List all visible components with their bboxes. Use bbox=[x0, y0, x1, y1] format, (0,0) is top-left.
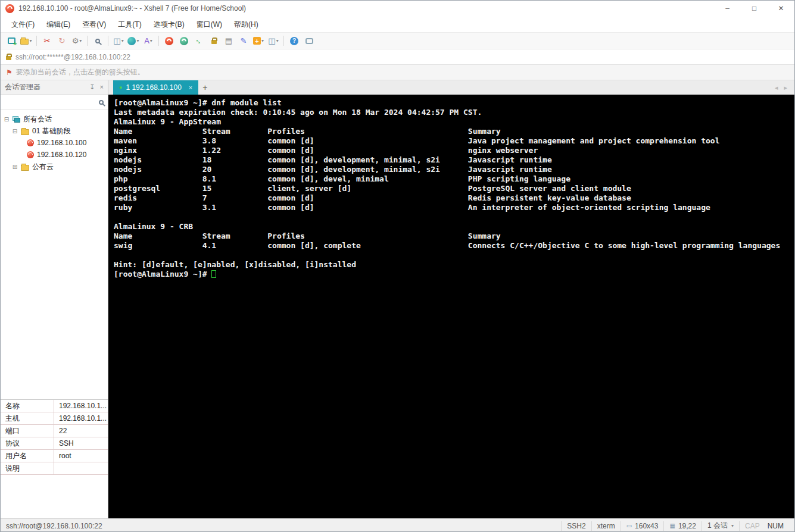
address-bar[interactable]: ssh://root:******@192.168.10.100:22 bbox=[1, 49, 794, 65]
new-tab-button[interactable]: + bbox=[198, 81, 211, 94]
statusbar-terminal-type: xterm bbox=[591, 521, 621, 531]
terminal-line: Name Stream Profiles Summary bbox=[114, 231, 794, 241]
virtual-keyboard-icon[interactable]: ▤ bbox=[222, 34, 236, 48]
menu-bar: 文件(F) 编辑(E) 查看(V) 工具(T) 选项卡(B) 窗口(W) 帮助(… bbox=[1, 16, 794, 33]
session-manager-title: 会话管理器 bbox=[5, 82, 40, 92]
new-session-icon[interactable] bbox=[4, 34, 18, 48]
disconnect-icon[interactable]: ✂ bbox=[40, 34, 54, 48]
font-icon[interactable]: A▾ bbox=[141, 34, 155, 48]
minimize-button[interactable]: – bbox=[714, 1, 741, 16]
notice-bar: ⚑ 要添加当前会话，点击左侧的箭头按钮。 bbox=[1, 65, 794, 80]
expander-icon[interactable]: ⊟ bbox=[12, 128, 18, 134]
encoding-icon[interactable]: ▾ bbox=[126, 34, 141, 48]
terminal-prompt: [root@AlmaLinux9 ~]# bbox=[114, 270, 211, 278]
expander-icon[interactable]: ⊟ bbox=[4, 116, 10, 123]
fullscreen-icon[interactable]: ↔ bbox=[192, 34, 206, 48]
dropdown-arrow-icon: ▾ bbox=[79, 38, 82, 43]
terminal[interactable]: [root@AlmaLinux9 ~]# dnf module list Las… bbox=[108, 95, 794, 518]
help-icon[interactable]: ? bbox=[287, 34, 301, 48]
notice-text: 要添加当前会话，点击左侧的箭头按钮。 bbox=[16, 67, 145, 77]
xshell-logo-icon bbox=[5, 4, 14, 13]
property-label: 用户名 bbox=[1, 450, 54, 462]
open-session-icon[interactable]: ▾ bbox=[19, 34, 33, 48]
tab-scroll-controls: ◂ ▸ bbox=[775, 84, 794, 92]
tree-item-label[interactable]: 192.168.10.100 bbox=[37, 139, 86, 147]
session-manager-header: 会话管理器 ↧ × bbox=[1, 80, 108, 95]
statusbar-lock-indicators: CAPNUM bbox=[739, 521, 789, 531]
menu-item-tools[interactable]: 工具(T) bbox=[112, 16, 147, 33]
dropdown-arrow-icon: ▾ bbox=[150, 38, 152, 43]
terminal-line: maven 3.8 common [d] Java project manage… bbox=[114, 136, 794, 146]
compose-icon[interactable]: ✎ bbox=[236, 34, 251, 48]
tree-item-group-basic[interactable]: ⊟ 01 基础阶段 bbox=[1, 125, 108, 137]
session-properties-icon[interactable]: ⚙▾ bbox=[70, 34, 84, 48]
property-row: 名称 192.168.10.1... bbox=[1, 400, 108, 412]
menu-item-view[interactable]: 查看(V) bbox=[76, 16, 112, 33]
menu-item-tabs[interactable]: 选项卡(B) bbox=[148, 16, 191, 33]
layout-icon[interactable]: ◫▾ bbox=[266, 34, 280, 48]
pin-icon[interactable]: ↧ bbox=[89, 83, 95, 91]
menu-item-window[interactable]: 窗口(W) bbox=[191, 16, 228, 33]
tree-item-label[interactable]: 所有会话 bbox=[23, 114, 52, 124]
tree-item-session-120[interactable]: 192.168.10.120 bbox=[1, 149, 108, 161]
dropdown-arrow-icon: ▾ bbox=[261, 38, 264, 43]
tab-scroll-left-icon[interactable]: ◂ bbox=[775, 84, 778, 92]
session-properties-grid: 名称 192.168.10.1... 主机 192.168.10.1... 端口… bbox=[1, 399, 108, 518]
tab-session[interactable]: ● 1 192.168.10.100 × bbox=[113, 80, 198, 95]
menu-item-file[interactable]: 文件(F) bbox=[5, 16, 40, 33]
property-label: 主机 bbox=[1, 412, 54, 424]
terminal-line: AlmaLinux 9 - AppStream bbox=[114, 117, 794, 127]
lock-icon bbox=[6, 56, 11, 60]
menu-item-edit[interactable]: 编辑(E) bbox=[40, 16, 76, 33]
terminal-line: swig 4.1 common [d], complete Connects C… bbox=[114, 241, 794, 251]
new-window-icon[interactable]: ◫▾ bbox=[111, 34, 126, 48]
close-button[interactable]: ✕ bbox=[768, 1, 794, 16]
terminal-line: ruby 3.1 common [d] An interpreter of ob… bbox=[114, 203, 794, 212]
session-status-icon: ● bbox=[119, 85, 122, 90]
session-search-input[interactable] bbox=[5, 98, 99, 107]
xftp-icon[interactable] bbox=[177, 34, 191, 48]
terminal-line: php 8.1 common [d], devel, minimal PHP s… bbox=[114, 174, 794, 184]
lock-glyph bbox=[211, 40, 217, 44]
maximize-button[interactable]: □ bbox=[741, 1, 768, 16]
search-icon[interactable] bbox=[99, 100, 104, 105]
panel-close-icon[interactable]: × bbox=[100, 83, 104, 91]
protocol-value: SSH2 bbox=[567, 522, 585, 530]
session-icon bbox=[27, 151, 34, 158]
expander-icon[interactable]: ⊞ bbox=[12, 164, 18, 170]
terminal-cursor bbox=[211, 270, 216, 278]
tab-scroll-right-icon[interactable]: ▸ bbox=[784, 84, 787, 92]
xshell-icon[interactable] bbox=[162, 34, 176, 48]
properties-filler bbox=[1, 475, 108, 518]
session-manager-panel: 会话管理器 ↧ × ⊟ 所有会话 ⊟ 01 基础阶段 192.168 bbox=[1, 80, 108, 518]
tree-item-label[interactable]: 01 基础阶段 bbox=[32, 126, 71, 136]
window-title: 192.168.10.100 - root@AlmaLinux9:~ - Xsh… bbox=[18, 4, 246, 12]
tree-item-group-cloud[interactable]: ⊞ 公有云 bbox=[1, 161, 108, 173]
terminal-type-value: xterm bbox=[597, 522, 615, 530]
tree-item-label[interactable]: 192.168.10.120 bbox=[37, 151, 86, 159]
tab-close-icon[interactable]: × bbox=[189, 84, 192, 91]
lock-screen-icon[interactable] bbox=[207, 34, 221, 48]
statusbar-size: ▭160x43 bbox=[621, 521, 664, 531]
terminal-line: nodejs 20 common [d], development, minim… bbox=[114, 165, 794, 174]
tab-label: 1 192.168.10.100 bbox=[126, 83, 181, 92]
session-icon bbox=[27, 139, 34, 146]
cursor-position-value: 19,22 bbox=[678, 522, 696, 530]
menu-item-help[interactable]: 帮助(H) bbox=[228, 16, 264, 33]
tree-item-session-100[interactable]: 192.168.10.100 bbox=[1, 137, 108, 149]
font-glyph: A bbox=[144, 36, 149, 45]
property-value bbox=[54, 462, 59, 474]
num-lock-indicator: NUM bbox=[768, 522, 784, 530]
session-count-dropdown[interactable]: 1 会话▾ bbox=[702, 521, 739, 531]
message-icon[interactable] bbox=[302, 34, 316, 48]
caret-down-icon: ▾ bbox=[731, 523, 734, 528]
tree-item-all-sessions[interactable]: ⊟ 所有会话 bbox=[1, 113, 108, 125]
property-row: 说明 bbox=[1, 462, 108, 475]
find-icon[interactable] bbox=[91, 34, 105, 48]
folder-icon bbox=[20, 39, 29, 45]
dropdown-arrow-icon: ▾ bbox=[136, 38, 139, 43]
reconnect-icon[interactable]: ↻ bbox=[55, 34, 69, 48]
property-label: 协议 bbox=[1, 437, 54, 449]
tree-item-label[interactable]: 公有云 bbox=[32, 162, 54, 172]
new-file-icon[interactable]: +▾ bbox=[251, 34, 266, 48]
